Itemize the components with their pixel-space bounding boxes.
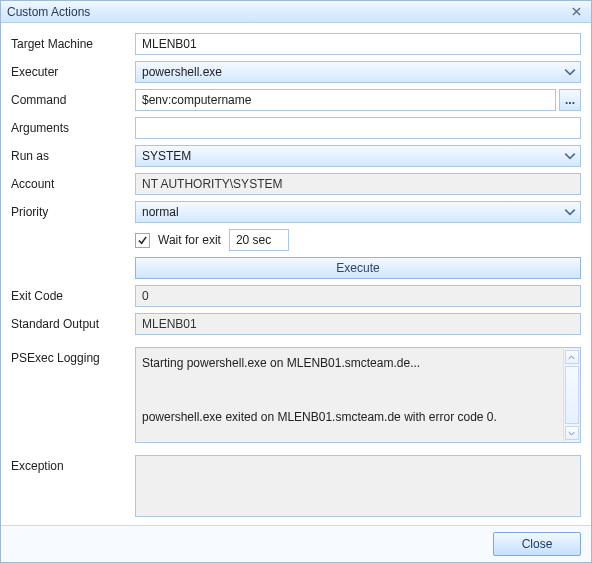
exception-label: Exception [11, 455, 129, 473]
scrollbar-thumb[interactable] [565, 366, 579, 424]
std-output-readonly: MLENB01 [135, 313, 581, 335]
ellipsis-icon: ... [565, 94, 575, 106]
account-readonly: NT AUTHORITY\SYSTEM [135, 173, 581, 195]
executer-value: powershell.exe [142, 65, 222, 79]
psexec-logging-textarea[interactable]: Starting powershell.exe on MLENB01.smcte… [135, 347, 581, 443]
chevron-down-icon [564, 150, 576, 162]
command-label: Command [11, 93, 129, 107]
chevron-down-icon [568, 430, 575, 437]
run-as-dropdown[interactable]: SYSTEM [135, 145, 581, 167]
priority-value: normal [142, 205, 179, 219]
std-output-label: Standard Output [11, 317, 129, 331]
chevron-down-icon [564, 206, 576, 218]
target-machine-value: MLENB01 [142, 37, 197, 51]
account-value: NT AUTHORITY\SYSTEM [142, 177, 282, 191]
dialog-footer: Close [1, 525, 591, 562]
window-title: Custom Actions [7, 5, 567, 19]
close-button[interactable]: Close [493, 532, 581, 556]
exit-code-label: Exit Code [11, 289, 129, 303]
target-machine-label: Target Machine [11, 37, 129, 51]
run-as-value: SYSTEM [142, 149, 191, 163]
title-bar[interactable]: Custom Actions [1, 1, 591, 23]
scroll-up-button[interactable] [565, 350, 579, 364]
window-close-button[interactable] [567, 4, 585, 20]
executer-label: Executer [11, 65, 129, 79]
scroll-down-button[interactable] [565, 426, 579, 440]
close-icon [572, 7, 581, 16]
wait-timeout-value: 20 sec [236, 233, 271, 247]
wait-for-exit-label: Wait for exit [158, 233, 221, 247]
account-label: Account [11, 177, 129, 191]
custom-actions-dialog: Custom Actions Target Machine MLENB01 Ex… [0, 0, 592, 563]
wait-timeout-input[interactable]: 20 sec [229, 229, 289, 251]
chevron-up-icon [568, 354, 575, 361]
command-browse-button[interactable]: ... [559, 89, 581, 111]
dialog-content: Target Machine MLENB01 Executer powershe… [1, 23, 591, 525]
arguments-input[interactable] [135, 117, 581, 139]
exit-code-value: 0 [142, 289, 149, 303]
priority-dropdown[interactable]: normal [135, 201, 581, 223]
priority-label: Priority [11, 205, 129, 219]
command-input[interactable]: $env:computername [135, 89, 556, 111]
target-machine-input[interactable]: MLENB01 [135, 33, 581, 55]
chevron-down-icon [564, 66, 576, 78]
exception-textarea[interactable] [135, 455, 581, 517]
run-as-label: Run as [11, 149, 129, 163]
execute-button[interactable]: Execute [135, 257, 581, 279]
exit-code-readonly: 0 [135, 285, 581, 307]
psexec-logging-label: PSExec Logging [11, 347, 129, 365]
wait-for-exit-checkbox[interactable] [135, 233, 150, 248]
std-output-value: MLENB01 [142, 317, 197, 331]
execute-label: Execute [336, 261, 379, 275]
checkmark-icon [137, 235, 148, 246]
psexec-logging-text: Starting powershell.exe on MLENB01.smcte… [142, 354, 515, 426]
scrollbar[interactable] [563, 349, 579, 441]
arguments-label: Arguments [11, 121, 129, 135]
command-value: $env:computername [142, 93, 251, 107]
close-button-label: Close [522, 537, 553, 551]
executer-dropdown[interactable]: powershell.exe [135, 61, 581, 83]
